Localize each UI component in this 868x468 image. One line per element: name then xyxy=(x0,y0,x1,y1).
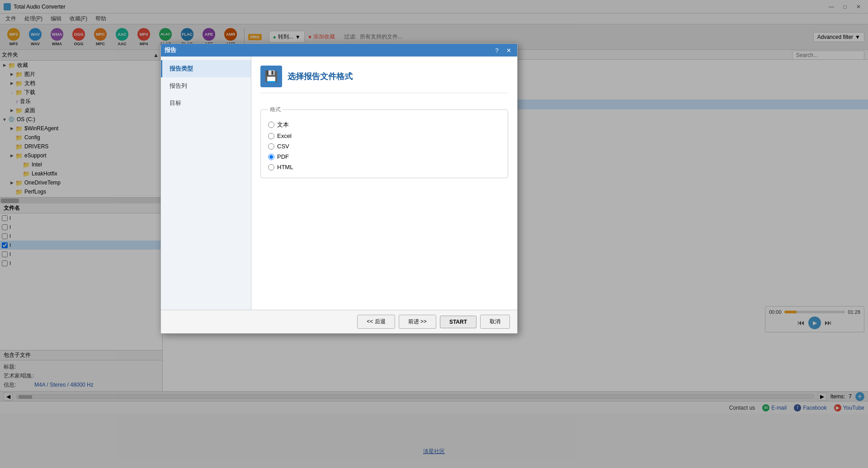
back-button[interactable]: << 后退 xyxy=(357,315,395,329)
dialog-footer: << 后退 前进 >> START 取消 xyxy=(161,310,517,333)
start-button[interactable]: START xyxy=(440,316,476,328)
format-pdf-radio[interactable] xyxy=(268,154,274,160)
format-text-label: 文本 xyxy=(277,121,289,129)
format-text-option[interactable]: 文本 xyxy=(268,119,500,131)
dialog-help-button[interactable]: ? xyxy=(492,46,502,55)
dialog-header-title: 选择报告文件格式 xyxy=(288,71,353,82)
cancel-button[interactable]: 取消 xyxy=(480,315,510,329)
report-dialog: 报告 ? ✕ 报告类型 报告列 目标 💾 选择报告文件格式 xyxy=(160,43,518,334)
dialog-nav-report-type[interactable]: 报告类型 xyxy=(161,60,251,77)
format-csv-radio[interactable] xyxy=(268,143,274,150)
format-html-label: HTML xyxy=(277,164,293,170)
dialog-body: 报告类型 报告列 目标 💾 选择报告文件格式 格式 文本 xyxy=(161,57,517,310)
dialog-nav: 报告类型 报告列 目标 xyxy=(161,57,251,310)
format-excel-radio[interactable] xyxy=(268,133,274,139)
dialog-nav-report-columns[interactable]: 报告列 xyxy=(161,77,251,95)
format-excel-label: Excel xyxy=(277,132,292,139)
format-group: 格式 文本 Excel CSV PDF xyxy=(260,106,508,178)
format-csv-label: CSV xyxy=(277,143,289,150)
format-pdf-option[interactable]: PDF xyxy=(268,151,500,162)
format-html-radio[interactable] xyxy=(268,164,274,170)
dialog-titlebar: 报告 ? ✕ xyxy=(161,44,517,57)
dialog-title: 报告 xyxy=(165,46,176,54)
dialog-content-header: 💾 选择报告文件格式 xyxy=(260,66,508,93)
dialog-floppy-icon: 💾 xyxy=(260,66,282,87)
dialog-nav-target[interactable]: 目标 xyxy=(161,95,251,112)
modal-overlay: 报告 ? ✕ 报告类型 报告列 目标 💾 选择报告文件格式 xyxy=(0,0,868,468)
format-csv-option[interactable]: CSV xyxy=(268,141,500,151)
dialog-content: 💾 选择报告文件格式 格式 文本 Excel xyxy=(251,57,517,310)
format-html-option[interactable]: HTML xyxy=(268,162,500,172)
dialog-close-button[interactable]: ✕ xyxy=(504,46,514,55)
dialog-buttons: ? ✕ xyxy=(492,46,514,55)
format-excel-option[interactable]: Excel xyxy=(268,131,500,141)
format-group-legend: 格式 xyxy=(268,106,283,113)
format-pdf-label: PDF xyxy=(277,153,289,160)
next-button[interactable]: 前进 >> xyxy=(399,315,436,329)
format-text-radio[interactable] xyxy=(268,122,274,128)
